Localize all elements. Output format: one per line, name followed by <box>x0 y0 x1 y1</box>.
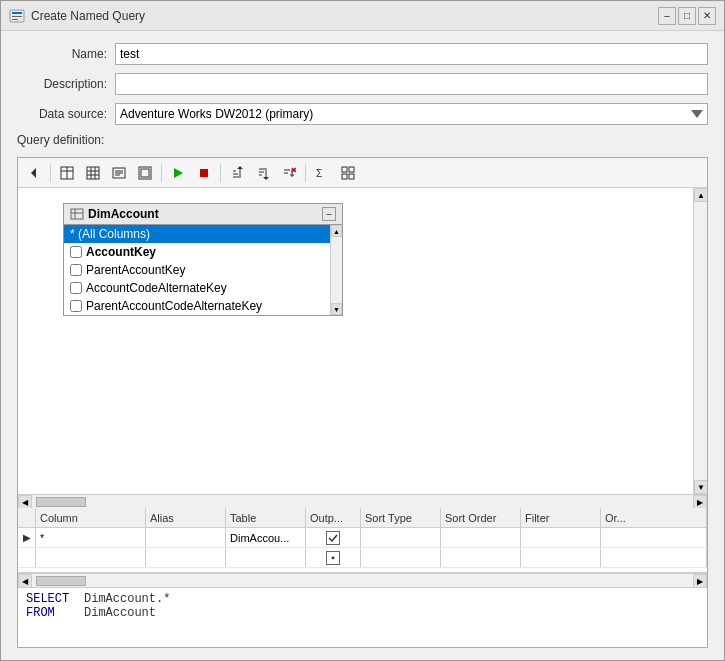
grid-row-1-sorttype <box>361 528 441 547</box>
grid-scroll-left[interactable]: ◀ <box>18 574 32 588</box>
parentaccountkey-checkbox[interactable] <box>70 264 82 276</box>
sql-keyword-select: SELECT <box>26 592 76 606</box>
grid-col-alias: Alias <box>146 508 226 527</box>
accountkey-label: AccountKey <box>86 245 156 259</box>
maximize-button[interactable]: □ <box>678 7 696 25</box>
query-definition-label: Query definition: <box>17 133 708 147</box>
svg-rect-1 <box>12 12 22 14</box>
stop-button[interactable] <box>192 161 216 185</box>
grid-row-1-alias[interactable] <box>146 528 226 547</box>
diagram-section: DimAccount – * (All Columns) <box>18 188 707 494</box>
grid-row-2-output[interactable]: ▪ <box>306 548 361 567</box>
table-scroll-track <box>331 237 342 303</box>
diagram-scroll-right[interactable]: ▶ <box>693 495 707 509</box>
close-button[interactable]: ✕ <box>698 7 716 25</box>
grid-col-filter: Filter <box>521 508 601 527</box>
remove-sort-icon <box>282 166 296 180</box>
sort-asc-button[interactable] <box>225 161 249 185</box>
run-icon <box>171 166 185 180</box>
grid-row-1-indicator: ▶ <box>18 528 36 547</box>
add-table-icon <box>60 166 74 180</box>
add-table-button[interactable] <box>55 161 79 185</box>
table-row-accountcodealternatekey[interactable]: AccountCodeAlternateKey <box>64 279 330 297</box>
grid-icon <box>86 166 100 180</box>
svg-rect-41 <box>349 174 354 179</box>
output-checkbox-checked[interactable] <box>326 531 340 545</box>
diagram-scroll-track-h <box>32 495 693 508</box>
table-row-parentaccountcodealternatekey[interactable]: ParentAccountCodeAlternateKey <box>64 297 330 315</box>
sort-desc-button[interactable] <box>251 161 275 185</box>
name-label: Name: <box>17 47 107 61</box>
datasource-row: Data source: Adventure Works DW2012 (pri… <box>17 103 708 125</box>
grid-row-1-column-input[interactable] <box>40 532 141 544</box>
grid-row-2-column[interactable] <box>36 548 146 567</box>
query-panel: Σ <box>17 157 708 648</box>
description-input[interactable] <box>115 73 708 95</box>
table-vertical-scrollbar[interactable]: ▲ ▼ <box>330 225 342 315</box>
svg-rect-18 <box>141 169 149 177</box>
table-row-accountkey[interactable]: AccountKey <box>64 243 330 261</box>
sql-line-2: FROM DimAccount <box>26 606 699 620</box>
show-sql-button[interactable] <box>107 161 131 185</box>
diagram-right-scrollbar[interactable]: ▲ ▼ <box>693 188 707 494</box>
table-widget-header: DimAccount – <box>64 204 342 225</box>
grid-row-1-sortorder <box>441 528 521 547</box>
diagram-scroll-down[interactable]: ▼ <box>694 480 707 494</box>
svg-rect-20 <box>200 169 208 177</box>
grid-row-2-column-input[interactable] <box>40 552 141 564</box>
table-widget-name: DimAccount <box>88 207 159 221</box>
show-grid-button[interactable] <box>81 161 105 185</box>
table-view-button[interactable] <box>336 161 360 185</box>
table-minimize-button[interactable]: – <box>322 207 336 221</box>
diagram-scroll-up[interactable]: ▲ <box>694 188 707 202</box>
diagram-icon <box>138 166 152 180</box>
table-scroll-down-arrow[interactable]: ▼ <box>331 303 342 315</box>
grid-row-2-alias[interactable] <box>146 548 226 567</box>
remove-sort-button[interactable] <box>277 161 301 185</box>
table-row-all-columns[interactable]: * (All Columns) <box>64 225 330 243</box>
grid-row-2-table <box>226 548 306 567</box>
svg-marker-19 <box>174 168 183 178</box>
name-input[interactable] <box>115 43 708 65</box>
svg-marker-25 <box>237 166 243 169</box>
output-checkbox-partial[interactable]: ▪ <box>326 551 340 565</box>
separator-4 <box>305 164 306 182</box>
grid-row-1-filter <box>521 528 601 547</box>
grid-row-2-alias-input[interactable] <box>150 552 221 564</box>
diagram-bottom-scrollbar[interactable]: ◀ ▶ <box>18 494 707 508</box>
table-icon <box>70 207 84 221</box>
grid-scroll-right[interactable]: ▶ <box>693 574 707 588</box>
accountkey-checkbox[interactable] <box>70 246 82 258</box>
grid-row-1-column[interactable] <box>36 528 146 547</box>
grid-row-1-output[interactable] <box>306 528 361 547</box>
svg-marker-30 <box>263 177 269 180</box>
accountcodealternatekey-checkbox[interactable] <box>70 282 82 294</box>
separator-2 <box>161 164 162 182</box>
group-by-button[interactable]: Σ <box>310 161 334 185</box>
back-icon <box>27 166 41 180</box>
back-button[interactable] <box>22 161 46 185</box>
window-title: Create Named Query <box>31 9 145 23</box>
grid-row-2-sortorder <box>441 548 521 567</box>
svg-rect-42 <box>71 209 83 219</box>
accountcodealternatekey-label: AccountCodeAlternateKey <box>86 281 227 295</box>
diagram-scroll-left[interactable]: ◀ <box>18 495 32 509</box>
minimize-button[interactable]: – <box>658 7 676 25</box>
grid-col-sorttype: Sort Type <box>361 508 441 527</box>
table-view-icon <box>341 166 355 180</box>
grid-panel: Column Alias Table Outp... Sort Type Sor… <box>18 508 707 573</box>
parentaccountcodealternatekey-checkbox[interactable] <box>70 300 82 312</box>
grid-bottom-scrollbar[interactable]: ◀ ▶ <box>18 573 707 587</box>
table-row-parentaccountkey[interactable]: ParentAccountKey <box>64 261 330 279</box>
sort-asc-icon <box>230 166 244 180</box>
table-widget-body: * (All Columns) AccountKey <box>64 225 342 315</box>
datasource-select[interactable]: Adventure Works DW2012 (primary) <box>115 103 708 125</box>
description-label: Description: <box>17 77 107 91</box>
table-scroll-up-arrow[interactable]: ▲ <box>331 225 342 237</box>
datasource-label: Data source: <box>17 107 107 121</box>
grid-row-1-alias-input[interactable] <box>150 532 221 544</box>
title-bar-controls: – □ ✕ <box>658 7 716 25</box>
show-diagram-button[interactable] <box>133 161 157 185</box>
run-button[interactable] <box>166 161 190 185</box>
dialog-content: Name: Description: Data source: Adventur… <box>1 31 724 660</box>
